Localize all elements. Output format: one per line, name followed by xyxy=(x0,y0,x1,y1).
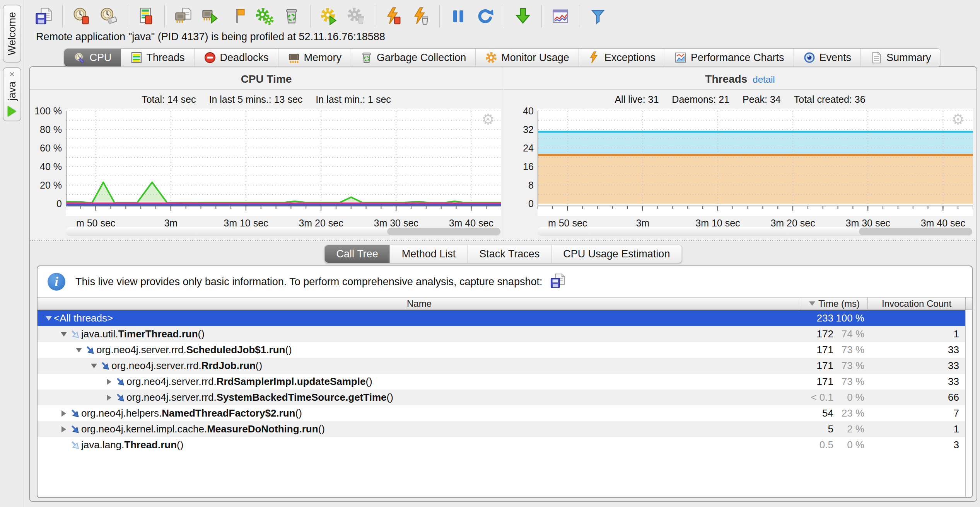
pause-icon[interactable] xyxy=(448,5,468,27)
column-header-invocation-count[interactable]: Invocation Count xyxy=(867,298,965,310)
tab-deadlocks[interactable]: Deadlocks xyxy=(194,49,278,66)
cpu-chart-scrollbar[interactable] xyxy=(66,227,501,236)
method-icon xyxy=(114,374,126,390)
lower-panel: Call TreeMethod ListStack TracesCPU Usag… xyxy=(30,242,977,502)
time-value: 5 xyxy=(801,423,833,435)
tab-summary[interactable]: Summary xyxy=(860,49,941,66)
call-tree-row[interactable]: org.neo4j.server.rrd.RrdJob.run()17173 %… xyxy=(38,358,965,374)
tab-garbage-collection[interactable]: Garbage Collection xyxy=(351,49,475,66)
export-down-icon[interactable] xyxy=(513,5,533,27)
set-mark-flag-icon[interactable] xyxy=(227,5,248,27)
filter-icon[interactable] xyxy=(588,5,608,27)
vertical-scrollbar[interactable] xyxy=(965,310,972,497)
heap-run-icon[interactable] xyxy=(200,5,220,27)
subtab-call-tree[interactable]: Call Tree xyxy=(325,245,390,263)
tab-monitor-usage[interactable]: Monitor Usage xyxy=(475,49,579,66)
cpu-time-chart-panel: CPU Time Total: 14 secIn last 5 mins.: 1… xyxy=(30,67,503,239)
call-tree-row[interactable]: org.neo4j.server.rrd.ScheduledJob$1.run(… xyxy=(38,342,965,358)
chart-settings-icon[interactable]: ⚙ xyxy=(481,111,495,128)
chart-settings-icon[interactable]: ⚙ xyxy=(951,111,965,128)
cpu-view-panel: CPU Time Total: 14 secIn last 5 mins.: 1… xyxy=(29,66,977,502)
call-tree-row[interactable]: org.neo4j.helpers.NamedThreadFactory$2.r… xyxy=(38,405,965,421)
expander-right-icon[interactable] xyxy=(59,421,69,437)
time-percent: 100 % xyxy=(833,312,867,324)
subtab-method-list[interactable]: Method List xyxy=(390,245,468,263)
invocation-count: 1 xyxy=(867,328,965,340)
tab-events[interactable]: Events xyxy=(794,49,861,66)
time-percent: 23 % xyxy=(833,407,867,419)
method-name: org.neo4j.server.rrd.SystemBackedTimeSou… xyxy=(126,391,393,403)
x-axis-label: 3m 30 sec xyxy=(374,218,418,229)
expander-down-icon[interactable] xyxy=(89,358,99,374)
method-name: java.lang.Thread.run() xyxy=(81,439,183,451)
expander-right-icon[interactable] xyxy=(104,374,114,390)
expander-down-icon[interactable] xyxy=(74,342,84,358)
record-telemetry-icon[interactable] xyxy=(136,5,156,27)
time-value: 172 xyxy=(801,328,833,340)
expander-down-icon[interactable] xyxy=(44,310,54,326)
threads-chart-scrollbar[interactable] xyxy=(538,227,973,236)
time-value: 171 xyxy=(801,376,833,388)
call-tree-row[interactable]: java.lang.Thread.run()0.50 %3 xyxy=(38,437,965,453)
reset-cpu-time-icon[interactable] xyxy=(98,5,118,27)
run-gc-trash-icon[interactable] xyxy=(282,5,302,27)
call-tree-row[interactable]: java.util.TimerThread.run()17274 %1 xyxy=(38,326,965,342)
y-axis-label: 16 xyxy=(503,161,534,172)
tab-performance-charts[interactable]: Performance Charts xyxy=(665,49,794,66)
profiler-gears-icon[interactable] xyxy=(254,5,275,27)
invocation-count: 33 xyxy=(867,376,965,388)
column-header-time[interactable]: Time (ms) xyxy=(801,298,867,310)
java-tab-label: java xyxy=(6,82,18,101)
detail-link[interactable]: detail xyxy=(753,74,775,85)
time-value: 171 xyxy=(801,360,833,372)
tab-memory[interactable]: Memory xyxy=(278,49,351,66)
stat-item: In last min.: 1 sec xyxy=(316,94,391,105)
x-axis-label: 3m 20 sec xyxy=(299,218,343,229)
subtab-stack-traces[interactable]: Stack Traces xyxy=(467,245,551,263)
method-name: org.neo4j.server.rrd.ScheduledJob$1.run(… xyxy=(96,344,292,356)
call-tree-row[interactable]: org.neo4j.server.rrd.RrdSamplerImpl.upda… xyxy=(38,374,965,390)
time-value: < 0.1 xyxy=(801,391,833,403)
info-icon: i xyxy=(48,273,65,291)
record-exceptions-icon[interactable] xyxy=(384,5,404,27)
invocation-count: 33 xyxy=(867,360,965,372)
expander-down-icon[interactable] xyxy=(59,326,69,342)
java-tab[interactable]: × java xyxy=(3,67,21,121)
call-tree-row[interactable]: org.neo4j.kernel.impl.cache.MeasureDoNot… xyxy=(38,421,965,437)
tab-threads[interactable]: Threads xyxy=(121,49,194,66)
y-axis-label: 24 xyxy=(503,143,534,154)
save-snapshot-icon[interactable] xyxy=(34,5,54,27)
y-axis-label: 20 % xyxy=(31,180,62,191)
tab-exceptions[interactable]: Exceptions xyxy=(579,49,665,66)
x-axis-label: 3m xyxy=(164,218,178,229)
stop-gear-trash-icon[interactable] xyxy=(346,5,366,27)
invocation-count: 7 xyxy=(867,407,965,419)
heap-snapshot-icon[interactable] xyxy=(173,5,193,27)
start-gear-icon[interactable] xyxy=(319,5,339,27)
method-name: org.neo4j.kernel.impl.cache.MeasureDoNot… xyxy=(81,423,325,435)
close-icon[interactable]: × xyxy=(3,70,20,79)
invocation-count: 33 xyxy=(867,344,965,356)
x-axis-label: 3m 10 sec xyxy=(224,218,268,229)
welcome-tab[interactable]: Welcome xyxy=(3,5,21,63)
column-header-name[interactable]: Name xyxy=(38,298,801,310)
expander-right-icon[interactable] xyxy=(104,390,114,405)
snapshot-icon[interactable] xyxy=(550,273,566,291)
expander-right-icon[interactable] xyxy=(59,405,69,421)
call-tree-row[interactable]: <All threads>233100 % xyxy=(38,310,965,326)
subtab-cpu-usage-estimation[interactable]: CPU Usage Estimation xyxy=(551,245,681,263)
y-axis-label: 0 xyxy=(31,198,62,209)
y-axis-label: 0 xyxy=(503,198,534,209)
chart-view-icon[interactable] xyxy=(550,5,570,27)
clear-exceptions-icon[interactable] xyxy=(411,5,431,27)
call-tree-row[interactable]: org.neo4j.server.rrd.SystemBackedTimeSou… xyxy=(38,390,965,405)
refresh-icon[interactable] xyxy=(475,5,495,27)
record-cpu-time-icon[interactable] xyxy=(71,5,91,27)
time-percent: 73 % xyxy=(833,360,867,372)
time-percent: 73 % xyxy=(833,344,867,356)
stat-item: Peak: 34 xyxy=(743,94,781,105)
y-axis-label: 32 xyxy=(503,124,534,135)
tab-cpu[interactable]: CPU xyxy=(64,49,121,66)
x-axis-label: m 50 sec xyxy=(76,218,115,229)
time-value: 0.5 xyxy=(801,439,833,451)
